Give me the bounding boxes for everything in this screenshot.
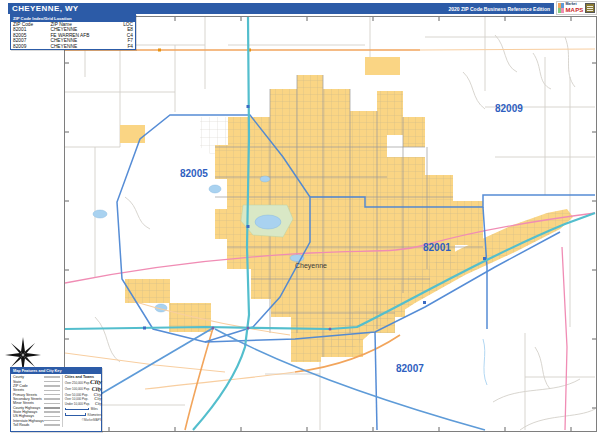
secondary-line-sample	[44, 398, 60, 399]
map-thumbnail-icon	[558, 3, 564, 13]
zip-label-82007: 82007	[396, 363, 424, 374]
title-bar: CHEYENNE, WY 2020 ZIP Code Business Refe…	[8, 3, 554, 14]
urban-street-grid	[125, 75, 573, 362]
zip-index-header: ZIP Code Index/Grid Location	[11, 15, 135, 22]
legend-features: County State ZIP Code Streets Primary St…	[13, 375, 60, 427]
interstate-line-sample	[44, 420, 60, 421]
legend-label: Toll Roads	[13, 423, 29, 427]
streets-line-sample	[44, 390, 60, 391]
cell-name: CHEYENNE	[48, 44, 115, 49]
page-title: CHEYENNE, WY	[12, 4, 79, 13]
toll-line-sample	[44, 424, 60, 425]
scale-km-label: Kilometers	[88, 413, 102, 417]
zip-label-82001: 82001	[423, 242, 451, 253]
us-hwy-line-sample	[44, 416, 60, 417]
scale-miles-label: Miles	[91, 407, 98, 411]
zip-index-table: ZIP Code Index/Grid Location ZIP Code ZI…	[10, 14, 136, 50]
city-label: Cheyenne	[295, 262, 327, 270]
brand-accent: MAPS	[565, 7, 583, 13]
state-hwy-line-sample	[44, 411, 60, 412]
table-row: 82009 CHEYENNE F4	[11, 44, 135, 49]
city-pop-label: Over 100,000 Pop.	[65, 387, 90, 391]
map-canvas: 82009 82005 82001 82007 Cheyenne	[64, 16, 597, 432]
primary-line-sample	[44, 394, 60, 395]
zip-label-82005: 82005	[180, 168, 208, 179]
county-hwy-line-sample	[44, 407, 60, 409]
scale-bar-km	[65, 413, 86, 416]
minor-line-sample	[44, 403, 60, 404]
map-page: CHEYENNE, WY 2020 ZIP Code Business Refe…	[0, 0, 600, 438]
edition-label: 2020 ZIP Code Business Reference Edition	[448, 6, 550, 12]
zip-label-82009: 82009	[495, 103, 523, 114]
map-svg: 82009 82005 82001 82007 Cheyenne	[65, 17, 596, 431]
city-sample: City	[90, 379, 102, 386]
city-sample: City	[95, 402, 102, 406]
zip-line-sample	[44, 385, 60, 386]
county-line-sample	[44, 376, 60, 377]
state-line-sample	[44, 381, 60, 382]
city-pop-label: Under 10,000 Pop.	[65, 402, 90, 406]
copyright: ©MarketMAPS	[65, 418, 102, 422]
scale-bar-miles	[65, 408, 89, 411]
map-legend: Map Features and City Key County State Z…	[10, 367, 102, 432]
cell-loc: F4	[115, 44, 135, 49]
edition-badge-icon	[585, 3, 595, 13]
creek	[483, 339, 487, 385]
cell-zip: 82009	[11, 44, 48, 49]
city-pop-label: Over 50,000 Pop.	[65, 393, 89, 397]
legend-cities: Cities and Towns Over 250,000 Pop.City O…	[62, 375, 102, 427]
city-pop-label: Over 250,000 Pop.	[65, 381, 90, 385]
publisher-logo: Market MAPS	[556, 1, 597, 15]
